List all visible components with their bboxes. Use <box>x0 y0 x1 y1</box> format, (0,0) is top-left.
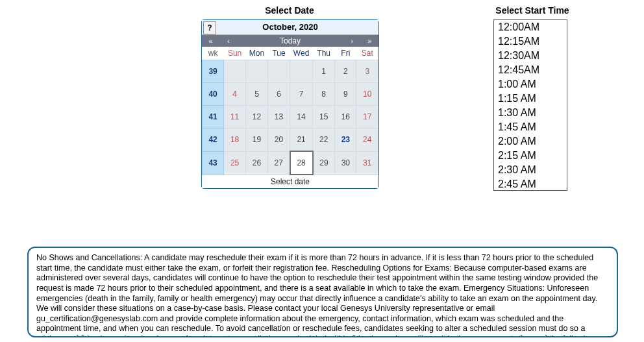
calendar-title-bar: ? October, 2020 <box>202 20 378 35</box>
calendar-day[interactable]: 24 <box>356 128 378 152</box>
calendar-empty-cell <box>267 60 290 83</box>
calendar-day[interactable]: 6 <box>267 83 290 106</box>
calendar-day[interactable]: 14 <box>290 106 313 128</box>
header-fri: Fri <box>335 47 356 60</box>
header-mon: Mon <box>246 47 268 60</box>
time-option[interactable]: 1:15 AM <box>494 92 567 106</box>
calendar-help-button[interactable]: ? <box>203 21 216 34</box>
time-option[interactable]: 1:45 AM <box>494 120 567 134</box>
select-start-time-label: Select Start Time <box>493 5 571 16</box>
calendar-day[interactable]: 4 <box>224 83 246 106</box>
time-option[interactable]: 12:30AM <box>494 49 567 63</box>
calendar-day[interactable]: 8 <box>313 83 335 106</box>
calendar-day[interactable]: 17 <box>356 106 378 128</box>
prev-month-button[interactable]: ‹ <box>219 35 237 47</box>
calendar-day[interactable]: 26 <box>246 151 268 175</box>
calendar-day[interactable]: 23 <box>335 128 356 152</box>
calendar-day[interactable]: 30 <box>335 151 356 175</box>
calendar-day[interactable]: 20 <box>267 128 290 152</box>
calendar-footer: Select date <box>202 175 378 188</box>
next-month-button[interactable]: › <box>343 35 361 47</box>
week-number: 40 <box>203 83 224 106</box>
calendar-day[interactable]: 28 <box>290 151 313 175</box>
calendar-day[interactable]: 1 <box>313 60 335 83</box>
prev-year-button[interactable]: « <box>202 35 219 47</box>
calendar: ? October, 2020 « ‹ Today › » wk Sun Mon… <box>201 19 379 189</box>
time-option[interactable]: 2:30 AM <box>494 163 567 177</box>
select-date-label: Select Date <box>201 5 378 16</box>
calendar-empty-cell <box>290 60 313 83</box>
calendar-nav: « ‹ Today › » <box>202 35 378 47</box>
calendar-day[interactable]: 13 <box>267 106 290 128</box>
week-number: 41 <box>203 106 224 128</box>
calendar-day[interactable]: 15 <box>313 106 335 128</box>
calendar-day[interactable]: 18 <box>224 128 246 152</box>
time-option[interactable]: 1:00 AM <box>494 77 567 92</box>
next-year-button[interactable]: » <box>361 35 378 47</box>
time-option[interactable]: 12:00AM <box>494 20 567 34</box>
header-thu: Thu <box>313 47 335 60</box>
week-number: 42 <box>203 128 224 152</box>
calendar-day[interactable]: 7 <box>290 83 313 106</box>
today-button[interactable]: Today <box>237 35 343 47</box>
cancellation-policy-text: No Shows and Cancellations: A candidate … <box>27 247 618 337</box>
time-option[interactable]: 12:45AM <box>494 63 567 77</box>
calendar-day[interactable]: 16 <box>335 106 356 128</box>
week-number: 43 <box>203 151 224 175</box>
time-option[interactable]: 2:00 AM <box>494 134 567 149</box>
header-wed: Wed <box>290 47 313 60</box>
calendar-day[interactable]: 27 <box>267 151 290 175</box>
start-time-listbox[interactable]: 12:00AM12:15AM12:30AM12:45AM1:00 AM1:15 … <box>493 19 567 191</box>
calendar-day[interactable]: 5 <box>246 83 268 106</box>
calendar-day[interactable]: 22 <box>313 128 335 152</box>
calendar-day[interactable]: 19 <box>246 128 268 152</box>
calendar-day[interactable]: 21 <box>290 128 313 152</box>
calendar-day[interactable]: 25 <box>224 151 246 175</box>
time-option[interactable]: 12:15AM <box>494 34 567 49</box>
calendar-grid: wk Sun Mon Tue Wed Thu Fri Sat 391234045… <box>202 47 378 175</box>
calendar-empty-cell <box>224 60 246 83</box>
header-wk: wk <box>203 47 224 60</box>
header-sat: Sat <box>356 47 378 60</box>
time-option[interactable]: 2:45 AM <box>494 177 567 191</box>
calendar-day[interactable]: 3 <box>356 60 378 83</box>
time-option[interactable]: 1:30 AM <box>494 106 567 120</box>
calendar-month-year: October, 2020 <box>262 22 317 32</box>
calendar-day[interactable]: 12 <box>246 106 268 128</box>
calendar-day[interactable]: 10 <box>356 83 378 106</box>
week-number: 39 <box>203 60 224 83</box>
calendar-day[interactable]: 9 <box>335 83 356 106</box>
header-tue: Tue <box>267 47 290 60</box>
calendar-day[interactable]: 31 <box>356 151 378 175</box>
calendar-day[interactable]: 11 <box>224 106 246 128</box>
calendar-day[interactable]: 2 <box>335 60 356 83</box>
calendar-day[interactable]: 29 <box>313 151 335 175</box>
calendar-empty-cell <box>246 60 268 83</box>
header-sun: Sun <box>224 47 246 60</box>
time-option[interactable]: 2:15 AM <box>494 149 567 163</box>
